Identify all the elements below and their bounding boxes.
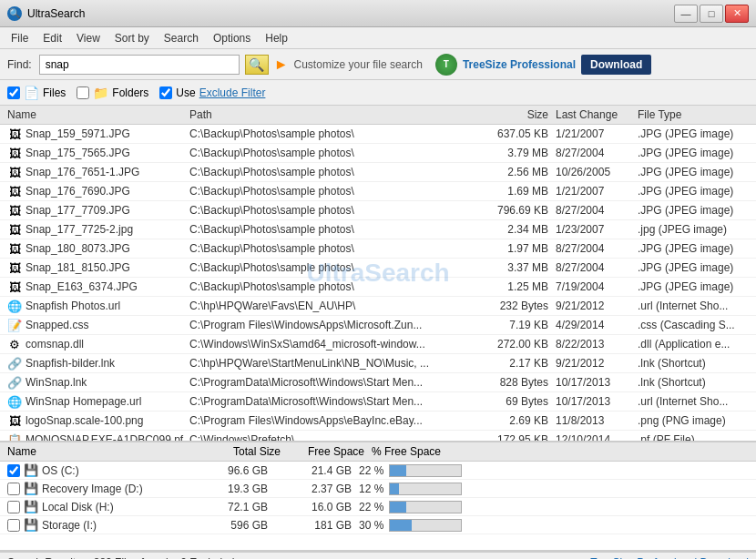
disk-checkbox[interactable]: [7, 483, 20, 495]
menu-edit[interactable]: Edit: [36, 30, 69, 46]
disk-col-header-name[interactable]: Name: [7, 445, 189, 458]
file-size: 1.25 MB: [466, 280, 548, 293]
file-type: .JPG (JPEG image): [630, 242, 749, 255]
menu-file[interactable]: File: [4, 30, 36, 46]
table-row[interactable]: 🖼 Snap_176_7651-1.JPG C:\Backup\Photos\s…: [0, 163, 756, 182]
file-path: C:\Backup\Photos\sample photos\: [189, 242, 466, 255]
filterbar: 📄 Files 📁 Folders Use Exclude Filter: [0, 80, 756, 106]
file-path: C:\Windows\Prefetch\: [189, 433, 466, 442]
disk-free: 181 GB: [268, 519, 359, 532]
titlebar-controls: — □ ✕: [674, 5, 749, 23]
disk-col-header-pct[interactable]: % Free Space: [372, 445, 749, 458]
disk-col-header-free[interactable]: Free Space: [281, 445, 372, 458]
table-row[interactable]: 🖼 Snap_E163_6374.JPG C:\Backup\Photos\sa…: [0, 278, 756, 297]
menu-sortby[interactable]: Sort by: [107, 30, 157, 46]
file-type: .JPG (JPEG image): [630, 147, 749, 159]
exclude-checkbox[interactable]: [159, 86, 172, 99]
toolbar: Find: 🔍 ► Customize your file search T T…: [0, 49, 756, 80]
maximize-button[interactable]: □: [700, 5, 723, 23]
table-row[interactable]: 🖼 Snap_177_7709.JPG C:\Backup\Photos\sam…: [0, 201, 756, 220]
minimize-button[interactable]: —: [674, 5, 698, 23]
file-list-container: UltraSearch Name Path Size Last Change F…: [0, 106, 756, 442]
disk-checkbox[interactable]: [7, 501, 20, 513]
table-row[interactable]: 🖼 Snap_159_5971.JPG C:\Backup\Photos\sam…: [0, 125, 756, 144]
table-row[interactable]: 🖼 Snap_175_7565.JPG C:\Backup\Photos\sam…: [0, 144, 756, 163]
exclude-filter-link[interactable]: Exclude Filter: [199, 86, 266, 99]
table-row[interactable]: ⚙ comsnap.dll C:\Windows\WinSxS\amd64_mi…: [0, 335, 756, 354]
table-row[interactable]: 🖼 logoSnap.scale-100.png C:\Program File…: [0, 412, 756, 431]
menu-help[interactable]: Help: [258, 30, 295, 46]
search-input[interactable]: [39, 55, 240, 75]
menu-view[interactable]: View: [69, 30, 107, 46]
treesize-logo: T: [435, 54, 457, 76]
folders-filter[interactable]: 📁 Folders: [77, 86, 148, 100]
file-name: Snap_E163_6374.JPG: [26, 280, 189, 293]
disk-total: 596 GB: [177, 519, 268, 532]
file-path: C:\ProgramData\Microsoft\Windows\Start M…: [189, 395, 466, 408]
table-row[interactable]: 🌐 Snapfish Photos.url C:\hp\HPQWare\Favs…: [0, 297, 756, 316]
file-last-change: 12/10/2014: [548, 433, 630, 442]
disk-progress-bar: [389, 483, 462, 495]
file-size: 69 Bytes: [466, 395, 548, 408]
col-header-path[interactable]: Path: [189, 108, 466, 121]
table-row[interactable]: 🔗 WinSnap.lnk C:\ProgramData\Microsoft\W…: [0, 373, 756, 392]
disk-col-header-total[interactable]: Total Size: [189, 445, 281, 458]
file-name: Snap_177_7709.JPG: [26, 204, 189, 217]
col-header-size[interactable]: Size: [466, 108, 548, 121]
folders-checkbox[interactable]: [77, 86, 89, 99]
disk-progress-bar: [389, 501, 462, 513]
titlebar: 🔍 UltraSearch — □ ✕: [0, 0, 756, 27]
file-type: .lnk (Shortcut): [630, 357, 749, 370]
table-row[interactable]: 🖼 Snap_180_8073.JPG C:\Backup\Photos\sam…: [0, 239, 756, 259]
list-item[interactable]: 💾 Local Disk (H:) 72.1 GB 16.0 GB 22 %: [0, 498, 756, 516]
col-header-name[interactable]: Name: [7, 108, 189, 121]
file-path: C:\Backup\Photos\sample photos\: [189, 185, 466, 198]
file-type: .JPG (JPEG image): [630, 261, 749, 274]
files-checkbox[interactable]: [7, 86, 20, 99]
disk-pct: 22 %: [359, 501, 749, 513]
table-row[interactable]: 🌐 WinSnap Homepage.url C:\ProgramData\Mi…: [0, 392, 756, 412]
table-row[interactable]: 📝 Snapped.css C:\Program Files\WindowsAp…: [0, 316, 756, 335]
disk-pct-text: 22 %: [359, 464, 383, 477]
treesize-download-link[interactable]: TreeSize Professional Download: [590, 556, 749, 560]
table-row[interactable]: 📋 MONOSNAP.EXE-A1DBC099.pf C:\Windows\Pr…: [0, 431, 756, 442]
file-type: .pf (PF File): [630, 433, 749, 442]
file-last-change: 1/23/2007: [548, 223, 630, 236]
menu-options[interactable]: Options: [206, 30, 258, 46]
disk-progress-fill: [390, 465, 406, 476]
folders-label: Folders: [112, 86, 148, 99]
table-row[interactable]: 🖼 Snap_176_7690.JPG C:\Backup\Photos\sam…: [0, 182, 756, 201]
file-size: 1.97 MB: [466, 242, 548, 255]
file-type: .dll (Application e...: [630, 338, 749, 351]
disk-pct-text: 12 %: [359, 483, 383, 495]
statusbar: Search Results: 882 Files found 0 Exclud…: [0, 552, 756, 559]
list-item[interactable]: 💾 OS (C:) 96.6 GB 21.4 GB 22 %: [0, 462, 756, 480]
disk-total: 96.6 GB: [177, 464, 268, 477]
disk-checkbox[interactable]: [7, 464, 20, 477]
table-row[interactable]: 🖼 Snap_181_8150.JPG C:\Backup\Photos\sam…: [0, 259, 756, 278]
file-size: 232 Bytes: [466, 300, 548, 312]
files-filter[interactable]: 📄 Files: [7, 86, 66, 100]
use-label: Use: [176, 86, 195, 99]
file-path: C:\Program Files\WindowsApps\Microsoft.Z…: [189, 319, 466, 331]
file-icon: 🖼: [7, 280, 22, 294]
menu-search[interactable]: Search: [157, 30, 206, 46]
arrow-icon: ►: [274, 56, 289, 73]
files-icon: 📄: [24, 86, 39, 100]
close-button[interactable]: ✕: [725, 5, 749, 23]
exclude-filter[interactable]: Use Exclude Filter: [159, 86, 265, 99]
col-header-filetype[interactable]: File Type: [630, 108, 749, 121]
table-row[interactable]: 🖼 Snap_177_7725-2.jpg C:\Backup\Photos\s…: [0, 220, 756, 239]
file-list-body: 🖼 Snap_159_5971.JPG C:\Backup\Photos\sam…: [0, 125, 756, 442]
file-name: Snapfish Photos.url: [26, 300, 189, 312]
list-item[interactable]: 💾 Recovery Image (D:) 19.3 GB 2.37 GB 12…: [0, 480, 756, 498]
table-row[interactable]: 🔗 Snapfish-bilder.lnk C:\hp\HPQWare\Star…: [0, 354, 756, 373]
disk-checkbox[interactable]: [7, 519, 20, 532]
file-type: .JPG (JPEG image): [630, 185, 749, 198]
list-item[interactable]: 💾 Storage (I:) 596 GB 181 GB 30 %: [0, 516, 756, 534]
files-found-count: 882 Files found: [94, 556, 169, 560]
file-icon: 🖼: [7, 203, 22, 218]
search-button[interactable]: 🔍: [245, 55, 269, 75]
download-button[interactable]: Download: [581, 55, 651, 75]
col-header-lastchange[interactable]: Last Change: [548, 108, 630, 121]
